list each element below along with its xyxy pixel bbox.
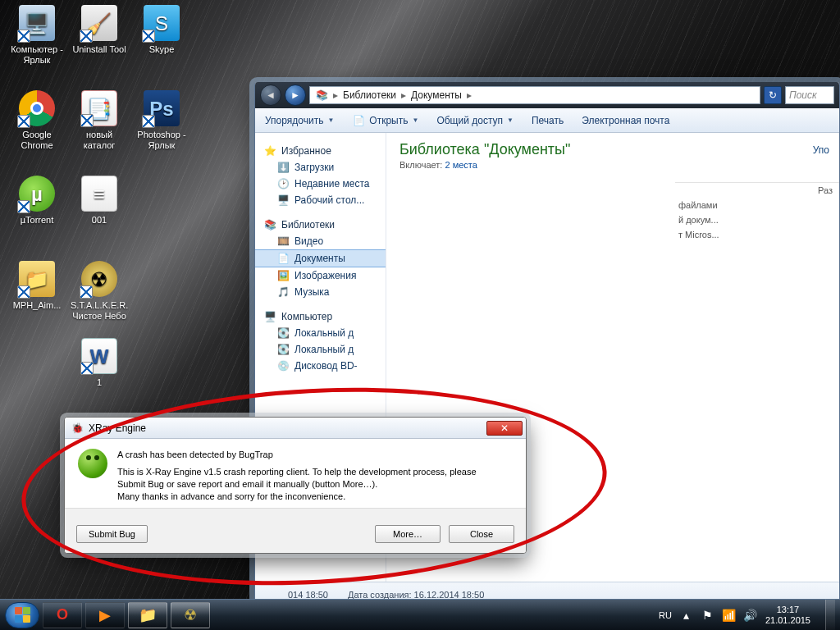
breadcrumb-item[interactable]: Библиотеки	[343, 89, 396, 101]
close-dialog-button[interactable]: Close	[449, 525, 514, 543]
refresh-button[interactable]: ↻	[764, 86, 782, 104]
chevron-down-icon: ▼	[412, 116, 418, 124]
drive-icon: 💽	[276, 326, 290, 340]
breadcrumb[interactable]: 📚▸ Библиотеки▸ Документы▸	[309, 86, 760, 104]
chevron-down-icon: ▼	[327, 116, 334, 124]
libraries-icon: 📚	[263, 218, 276, 231]
toolbar-print[interactable]: Печать	[532, 115, 564, 126]
skype-icon: S	[144, 5, 180, 41]
sidebar-group-favorites[interactable]: ⭐Избранное	[255, 143, 386, 159]
more-button[interactable]: More…	[375, 525, 441, 543]
status-date-created: Дата создания: 16.12.2014 18:50	[348, 590, 484, 600]
desktop-icon-catalog[interactable]: 📑 новый каталог	[71, 90, 128, 151]
music-icon: 🎵	[276, 285, 290, 299]
pictures-icon: 🖼️	[276, 269, 290, 282]
sidebar-item-local-disk-1[interactable]: 💽Локальный д	[255, 325, 386, 341]
desktop-icon-skype[interactable]: S Skype	[133, 5, 190, 55]
desktop-icon-photoshop[interactable]: Ps Photoshop - Ярлык	[133, 90, 190, 151]
dialog-message-line: Submit Bug or save report and email it m…	[117, 478, 477, 491]
nav-forward-button[interactable]: ►	[285, 84, 306, 106]
computer-icon: 🖥️	[19, 5, 55, 41]
column-headers: Раз файлами й докум... т Micros...	[675, 182, 839, 242]
search-input[interactable]: Поиск	[785, 86, 834, 104]
folder-icon: 📁	[139, 606, 157, 624]
taskbar-stalker[interactable]: ☢	[171, 602, 210, 628]
sidebar-item-recent[interactable]: 🕑Недавние места	[255, 176, 386, 192]
taskbar-explorer[interactable]: 📁	[128, 602, 167, 628]
chevron-down-icon: ▼	[507, 116, 514, 124]
open-icon: 📄	[352, 114, 365, 127]
sidebar-item-music[interactable]: 🎵Музыка	[255, 284, 386, 300]
tray-chevron-icon[interactable]: ▴	[680, 609, 693, 622]
dialog-headline: A crash has been detected by BugTrap	[117, 449, 477, 461]
dialog-titlebar[interactable]: 🐞 XRay Engine ✕	[65, 418, 526, 439]
volume-icon[interactable]: 🔊	[744, 609, 757, 622]
dialog-buttons: Submit Bug More… Close	[65, 508, 526, 553]
sidebar-item-downloads[interactable]: ⬇️Загрузки	[255, 159, 386, 176]
sidebar-group-computer[interactable]: 🖥️Компьютер	[255, 308, 386, 325]
taskbar-clock[interactable]: 13:17 21.01.2015	[765, 605, 810, 626]
desktop-icon-doc1[interactable]: W 1	[71, 338, 128, 388]
desktop-icon-stalker[interactable]: ☢ S.T.A.L.K.E.R. Чистое Небо	[71, 261, 128, 322]
icon-label: Uninstall Tool	[72, 44, 126, 54]
recent-icon: 🕑	[276, 177, 290, 190]
chrome-icon	[19, 90, 55, 126]
arrange-by[interactable]: Упо	[813, 144, 829, 156]
radiation-icon: ☢	[184, 606, 197, 624]
desktop-icon-mph[interactable]: 📁 MPH_Aim...	[8, 261, 66, 311]
textfile-icon: ≡	[81, 176, 117, 212]
nav-back-button[interactable]: ◄	[260, 84, 281, 106]
start-button[interactable]	[5, 602, 39, 628]
sidebar-item-documents[interactable]: 📄Документы	[255, 249, 386, 267]
explorer-navbar: ◄ ► 📚▸ Библиотеки▸ Документы▸ ↻ Поиск	[255, 82, 839, 108]
library-locations-link[interactable]: 2 места	[445, 160, 477, 170]
language-indicator[interactable]: RU	[659, 610, 672, 620]
icon-label: MPH_Aim...	[13, 300, 62, 310]
desktop-icon-uninstall-tool[interactable]: 🧹 Uninstall Tool	[71, 5, 128, 55]
desktop-icon: 🖥️	[276, 194, 290, 207]
computer-icon: 🖥️	[263, 310, 276, 323]
sidebar-item-desktop[interactable]: 🖥️Рабочий стол...	[255, 192, 386, 208]
taskbar-opera[interactable]: O	[43, 602, 82, 628]
dialog-title: XRay Engine	[89, 422, 146, 434]
desktop-icon-001[interactable]: ≡ 001	[71, 176, 128, 226]
taskbar: O ▶ 📁 ☢ RU ▴ ⚑ 📶 🔊 13:17 21.01.2015	[0, 599, 840, 630]
sidebar-group-libraries[interactable]: 📚Библиотеки	[255, 217, 386, 233]
network-icon[interactable]: 📶	[723, 609, 736, 622]
bug-large-icon	[78, 449, 107, 478]
sidebar-item-video[interactable]: 🎞️Видео	[255, 233, 386, 249]
icon-label: 001	[92, 215, 107, 225]
icon-label: Skype	[149, 44, 175, 54]
ppt-icon: 📑	[81, 90, 117, 126]
desktop-icon-computer[interactable]: 🖥️ Компьютер - Ярлык	[8, 5, 66, 66]
icon-label: 1	[97, 377, 102, 387]
utorrent-icon: µ	[19, 176, 55, 212]
close-button[interactable]: ✕	[486, 421, 523, 436]
sidebar-item-pictures[interactable]: 🖼️Изображения	[255, 267, 386, 284]
icon-label: новый каталог	[84, 130, 116, 150]
flag-icon[interactable]: ⚑	[701, 609, 714, 622]
opera-icon: O	[57, 606, 68, 623]
photoshop-icon: Ps	[144, 90, 180, 126]
windows-logo-icon	[15, 607, 30, 623]
sidebar-item-bd-drive[interactable]: 💿Дисковод BD-	[255, 358, 386, 374]
media-player-icon: ▶	[99, 606, 111, 624]
dialog-body: A crash has been detected by BugTrap Thi…	[65, 439, 526, 508]
taskbar-media-player[interactable]: ▶	[85, 602, 125, 628]
radiation-icon: ☢	[81, 261, 117, 297]
sidebar-item-local-disk-2[interactable]: 💽Локальный д	[255, 341, 386, 358]
desktop-icon-utorrent[interactable]: µ µTorrent	[8, 176, 66, 226]
downloads-icon: ⬇️	[276, 161, 290, 174]
icon-label: Photoshop - Ярлык	[137, 130, 185, 150]
show-desktop-button[interactable]	[825, 600, 835, 631]
toolbar-organize[interactable]: Упорядочить▼	[265, 115, 334, 126]
toolbar-email[interactable]: Электронная почта	[582, 115, 669, 126]
uninstall-icon: 🧹	[81, 5, 117, 41]
desktop-icon-chrome[interactable]: Google Chrome	[8, 90, 66, 151]
toolbar-open[interactable]: 📄Открыть▼	[352, 114, 418, 127]
toolbar-share[interactable]: Общий доступ▼	[436, 115, 514, 126]
breadcrumb-item[interactable]: Документы	[411, 89, 462, 101]
drive-icon: 💽	[276, 343, 290, 356]
disc-icon: 💿	[276, 359, 290, 372]
submit-bug-button[interactable]: Submit Bug	[76, 525, 148, 543]
